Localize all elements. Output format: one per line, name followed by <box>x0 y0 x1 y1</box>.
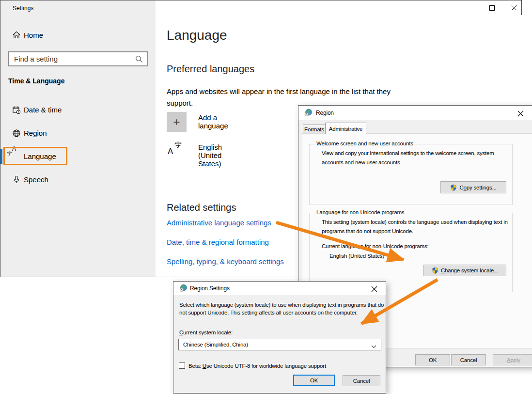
search-box <box>8 51 148 66</box>
button-label: Cancel <box>460 357 477 363</box>
tab-administrative[interactable]: Administrative <box>325 123 366 134</box>
group-title: Welcome screen and new user accounts <box>314 141 415 146</box>
language-icon: A <box>168 141 182 157</box>
link-date-time-regional-formatting[interactable]: Date, time & regional formatting <box>167 238 269 246</box>
button-label: hange system locale... <box>445 268 498 273</box>
button-label: pply <box>511 357 520 363</box>
globe-icon <box>12 129 21 140</box>
page-title: Language <box>167 28 227 43</box>
sidebar-item-label: Region <box>24 124 47 143</box>
search-icon[interactable] <box>135 55 143 65</box>
preferred-languages-heading: Preferred languages <box>167 63 254 75</box>
checkbox-label: Beta: Use Unicode UTF-8 for worldwide la… <box>188 363 326 369</box>
sidebar-section-title: Time & Language <box>8 77 64 85</box>
close-icon <box>517 110 524 117</box>
button-label: OK <box>429 357 437 363</box>
region-settings-description: Select which language (system locale) to… <box>179 301 385 316</box>
link-spelling-typing-keyboard[interactable]: Spelling, typing, & keyboard settings <box>167 257 284 266</box>
plus-icon: + <box>167 112 187 132</box>
region-ok-button[interactable]: OK <box>415 354 450 365</box>
home-icon <box>12 31 21 41</box>
related-settings-heading: Related settings <box>167 202 236 213</box>
selected-indicator <box>0 149 2 164</box>
language-item-label: English (United States) <box>198 143 222 168</box>
sidebar-item-label: Speech <box>24 170 48 189</box>
button-label: C <box>441 268 445 273</box>
tab-label: Formats <box>304 126 324 132</box>
microphone-icon <box>12 175 21 186</box>
button-label: A <box>507 357 510 363</box>
minimize-icon <box>464 8 469 8</box>
sidebar-item-label: Home <box>24 31 43 39</box>
maximize-icon <box>489 5 495 11</box>
sidebar-item-home[interactable]: Home <box>0 28 156 45</box>
current-system-locale-label: Current system locale: <box>179 330 233 335</box>
change-system-locale-button[interactable]: Change system locale... <box>423 265 506 276</box>
region-settings-close-button[interactable] <box>370 285 378 293</box>
beta-utf8-checkbox[interactable] <box>179 362 185 369</box>
region-settings-dialog: Region Settings Select which language (s… <box>173 281 386 394</box>
chevron-down-icon <box>371 344 376 349</box>
close-icon <box>511 5 517 11</box>
region-dialog-titlebar: Region <box>298 106 532 120</box>
calendar-clock-icon <box>12 106 21 116</box>
region-globe-clock-icon <box>304 109 313 118</box>
close-button[interactable] <box>503 0 525 15</box>
group-title: Language for non-Unicode programs <box>314 209 406 215</box>
region-apply-button[interactable]: Apply <box>493 354 532 365</box>
minimize-button[interactable] <box>455 0 478 15</box>
region-settings-title: Region Settings <box>190 285 230 292</box>
current-language-label: Current language for non-Unicode program… <box>322 242 512 251</box>
close-icon <box>371 286 377 292</box>
system-locale-value: Chinese (Simplified, China) <box>183 342 248 347</box>
system-locale-select[interactable]: Chinese (Simplified, China) <box>178 339 381 350</box>
uac-shield-icon <box>450 184 457 191</box>
maximize-button[interactable] <box>481 0 503 15</box>
button-label: py settings... <box>467 185 497 190</box>
tab-formats[interactable]: Formats <box>303 125 326 134</box>
sidebar-item-date-time[interactable]: Date & time <box>0 100 156 120</box>
window-title: Settings <box>13 5 33 12</box>
group-description: This setting (system locale) controls th… <box>322 218 512 236</box>
sidebar-item-region[interactable]: Region <box>0 124 156 143</box>
region-cancel-button[interactable]: Cancel <box>451 354 486 365</box>
region-settings-ok-button[interactable]: OK <box>293 375 335 386</box>
link-administrative-language-settings[interactable]: Administrative language settings <box>167 219 271 227</box>
sidebar-item-speech[interactable]: Speech <box>0 170 156 189</box>
button-label: Cancel <box>353 378 370 384</box>
region-settings-titlebar: Region Settings <box>173 282 386 295</box>
button-label: OK <box>310 378 318 383</box>
welcome-screen-group: Welcome screen and new user accounts Vie… <box>309 144 513 205</box>
group-description: View and copy your international setting… <box>322 149 512 167</box>
non-unicode-group: Language for non-Unicode programs This s… <box>309 213 513 292</box>
region-dialog-title: Region <box>316 110 334 116</box>
copy-settings-button[interactable]: Copy settings... <box>440 181 506 193</box>
beta-utf8-checkbox-row: Beta: Use Unicode UTF-8 for worldwide la… <box>179 362 326 369</box>
tab-label: Administrative <box>329 126 362 132</box>
add-language-label: Add a language <box>198 113 228 130</box>
region-dialog-close-button[interactable] <box>516 110 524 117</box>
search-input[interactable] <box>9 52 147 65</box>
region-settings-cancel-button[interactable]: Cancel <box>343 375 380 386</box>
sidebar-item-label: Language <box>24 147 56 166</box>
button-label: C <box>459 185 463 190</box>
sidebar-item-label: Date & time <box>24 100 62 120</box>
sidebar-item-language[interactable]: A Language <box>0 147 156 166</box>
uac-shield-icon <box>432 267 438 274</box>
region-globe-clock-icon <box>179 284 188 293</box>
current-language-value: English (United States) <box>329 253 384 259</box>
